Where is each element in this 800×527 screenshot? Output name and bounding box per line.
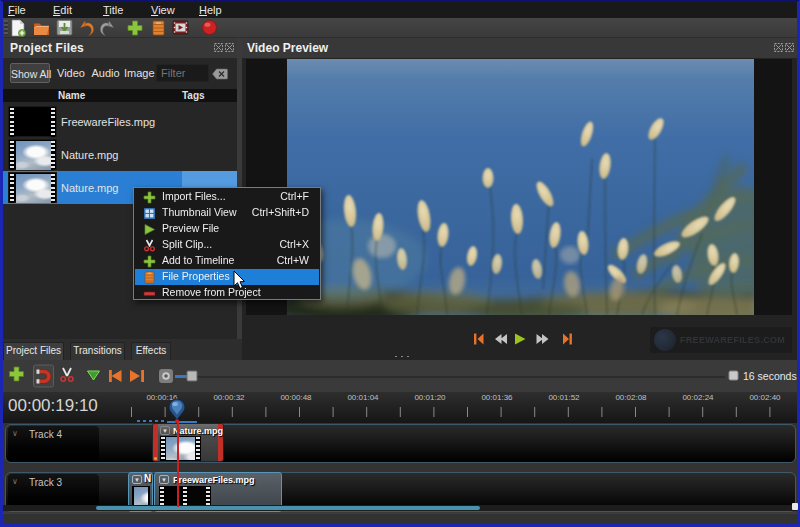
svg-text:16 seconds: 16 seconds [743,370,797,382]
svg-text:00:01:36: 00:01:36 [481,393,513,402]
svg-text:00:02:24: 00:02:24 [682,393,714,402]
svg-text:00:00:48: 00:00:48 [280,393,312,402]
svg-text:00:01:52: 00:01:52 [548,393,580,402]
svg-text:00:02:08: 00:02:08 [615,393,647,402]
svg-text:00:01:04: 00:01:04 [347,393,379,402]
svg-text:00:02:40: 00:02:40 [749,393,781,402]
svg-text:00:01:20: 00:01:20 [414,393,446,402]
svg-text:00:00:32: 00:00:32 [213,393,245,402]
